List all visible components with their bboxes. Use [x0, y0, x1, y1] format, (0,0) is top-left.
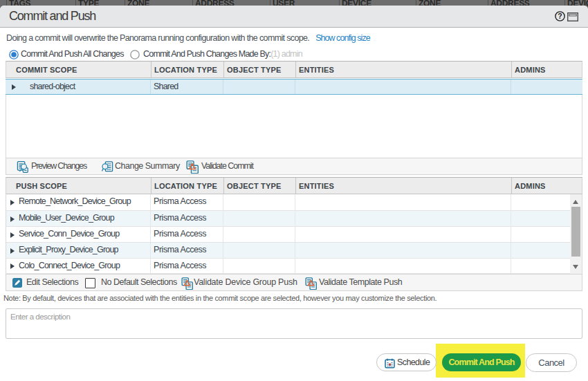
svg-text:?: ? [558, 12, 562, 20]
